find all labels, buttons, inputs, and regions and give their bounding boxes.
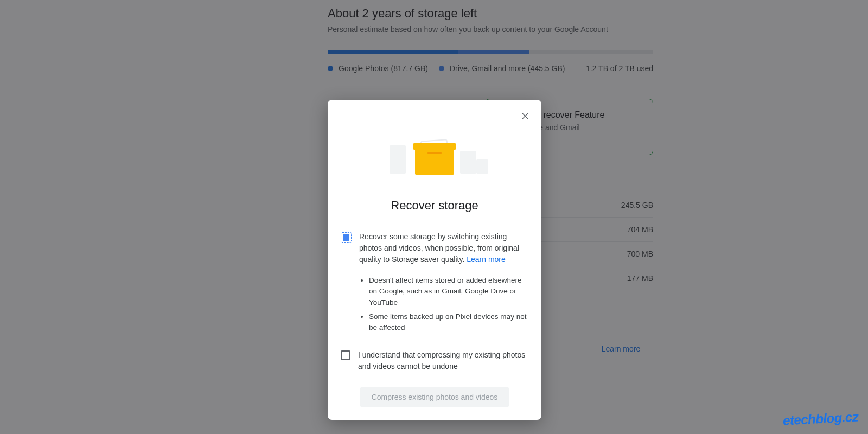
modal-bullet-list: Doesn't affect items stored or added els… [341, 275, 528, 336]
consent-checkbox[interactable] [341, 350, 350, 360]
photo-icon [341, 232, 352, 243]
modal-title: Recover storage [341, 199, 528, 213]
compress-button[interactable]: Compress existing photos and videos [360, 387, 510, 407]
modal-description: Recover some storage by switching existi… [359, 231, 528, 265]
modal-description-row: Recover some storage by switching existi… [341, 231, 528, 265]
consent-row: I understand that compressing my existin… [341, 349, 528, 372]
modal-bullet-item: Some items backed up on Pixel devices ma… [369, 311, 528, 334]
modal-hero-illustration [341, 118, 528, 189]
modal-bullet-item: Doesn't affect items stored or added els… [369, 275, 528, 308]
modal-learn-more-link[interactable]: Learn more [467, 255, 506, 264]
recover-storage-modal: Recover storage Recover some storage by … [328, 100, 541, 420]
consent-text: I understand that compressing my existin… [358, 349, 528, 372]
